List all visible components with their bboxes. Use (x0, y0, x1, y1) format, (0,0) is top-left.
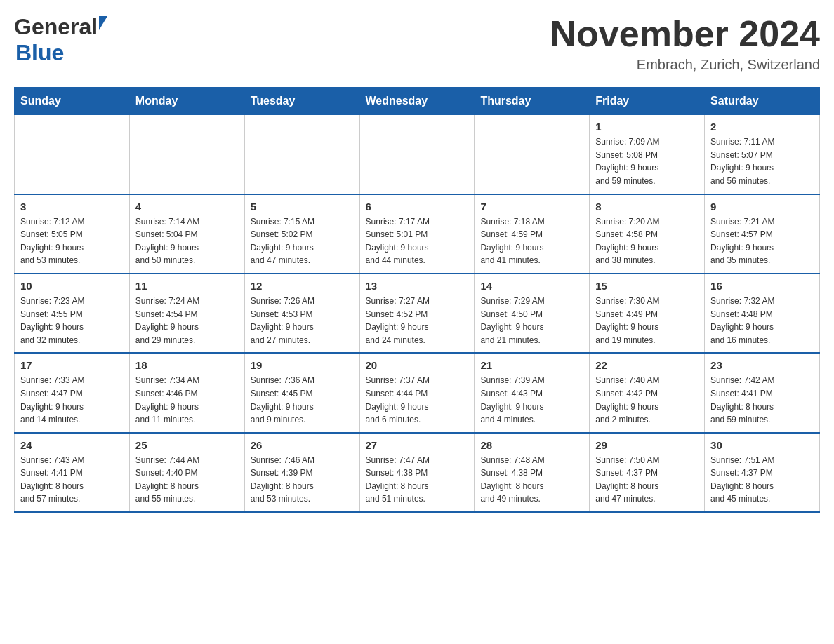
day-number: 17 (20, 359, 124, 371)
calendar-day-cell: 27Sunrise: 7:47 AM Sunset: 4:38 PM Dayli… (359, 433, 475, 512)
weekday-header-thursday: Thursday (475, 88, 590, 115)
day-number: 2 (710, 121, 814, 133)
day-number: 29 (595, 439, 699, 451)
calendar-day-cell: 2Sunrise: 7:11 AM Sunset: 5:07 PM Daylig… (705, 115, 820, 194)
day-number: 25 (135, 439, 239, 451)
day-info: Sunrise: 7:46 AM Sunset: 4:39 PM Dayligh… (251, 454, 354, 506)
day-number: 19 (251, 359, 354, 371)
calendar-day-cell: 4Sunrise: 7:14 AM Sunset: 5:04 PM Daylig… (129, 194, 244, 274)
day-number: 3 (20, 201, 124, 213)
day-number: 13 (366, 280, 469, 292)
calendar-day-cell: 14Sunrise: 7:29 AM Sunset: 4:50 PM Dayli… (475, 274, 590, 353)
calendar-day-cell: 3Sunrise: 7:12 AM Sunset: 5:05 PM Daylig… (15, 194, 130, 274)
day-info: Sunrise: 7:11 AM Sunset: 5:07 PM Dayligh… (710, 135, 814, 187)
calendar-day-cell: 17Sunrise: 7:33 AM Sunset: 4:47 PM Dayli… (15, 353, 130, 432)
calendar-day-cell (129, 115, 244, 194)
calendar-day-cell: 10Sunrise: 7:23 AM Sunset: 4:55 PM Dayli… (15, 274, 130, 353)
day-info: Sunrise: 7:27 AM Sunset: 4:52 PM Dayligh… (366, 295, 469, 347)
logo-triangle-icon (99, 16, 107, 30)
weekday-header-wednesday: Wednesday (359, 88, 475, 115)
day-info: Sunrise: 7:09 AM Sunset: 5:08 PM Dayligh… (595, 135, 699, 187)
day-info: Sunrise: 7:42 AM Sunset: 4:41 PM Dayligh… (710, 374, 814, 426)
day-info: Sunrise: 7:26 AM Sunset: 4:53 PM Dayligh… (251, 295, 354, 347)
calendar-day-cell (15, 115, 130, 194)
calendar-header: SundayMondayTuesdayWednesdayThursdayFrid… (15, 88, 820, 115)
day-info: Sunrise: 7:12 AM Sunset: 5:05 PM Dayligh… (20, 215, 124, 267)
day-info: Sunrise: 7:33 AM Sunset: 4:47 PM Dayligh… (20, 374, 124, 426)
calendar-week-row: 10Sunrise: 7:23 AM Sunset: 4:55 PM Dayli… (15, 274, 820, 353)
weekday-header-saturday: Saturday (705, 88, 820, 115)
day-number: 1 (595, 121, 699, 133)
day-info: Sunrise: 7:18 AM Sunset: 4:59 PM Dayligh… (480, 215, 583, 267)
day-info: Sunrise: 7:17 AM Sunset: 5:01 PM Dayligh… (366, 215, 469, 267)
calendar-day-cell: 18Sunrise: 7:34 AM Sunset: 4:46 PM Dayli… (129, 353, 244, 432)
day-number: 30 (710, 439, 814, 451)
day-number: 5 (251, 201, 354, 213)
logo-blue: Blue (14, 40, 64, 66)
calendar-day-cell: 20Sunrise: 7:37 AM Sunset: 4:44 PM Dayli… (359, 353, 475, 432)
day-number: 22 (595, 359, 699, 371)
calendar-day-cell: 23Sunrise: 7:42 AM Sunset: 4:41 PM Dayli… (705, 353, 820, 432)
day-number: 26 (251, 439, 354, 451)
location: Embrach, Zurich, Switzerland (550, 57, 820, 73)
calendar-week-row: 17Sunrise: 7:33 AM Sunset: 4:47 PM Dayli… (15, 353, 820, 432)
day-number: 15 (595, 280, 699, 292)
calendar-day-cell: 16Sunrise: 7:32 AM Sunset: 4:48 PM Dayli… (705, 274, 820, 353)
day-info: Sunrise: 7:21 AM Sunset: 4:57 PM Dayligh… (710, 215, 814, 267)
day-number: 16 (710, 280, 814, 292)
day-number: 24 (20, 439, 124, 451)
weekday-header-tuesday: Tuesday (244, 88, 359, 115)
logo-general: General (14, 14, 98, 40)
weekday-header-row: SundayMondayTuesdayWednesdayThursdayFrid… (15, 88, 820, 115)
calendar-week-row: 24Sunrise: 7:43 AM Sunset: 4:41 PM Dayli… (15, 433, 820, 512)
day-number: 8 (595, 201, 699, 213)
calendar-day-cell: 8Sunrise: 7:20 AM Sunset: 4:58 PM Daylig… (590, 194, 705, 274)
month-title: November 2024 (550, 14, 820, 54)
calendar-day-cell (475, 115, 590, 194)
calendar-day-cell: 13Sunrise: 7:27 AM Sunset: 4:52 PM Dayli… (359, 274, 475, 353)
day-info: Sunrise: 7:44 AM Sunset: 4:40 PM Dayligh… (135, 454, 239, 506)
day-number: 10 (20, 280, 124, 292)
day-info: Sunrise: 7:24 AM Sunset: 4:54 PM Dayligh… (135, 295, 239, 347)
day-info: Sunrise: 7:20 AM Sunset: 4:58 PM Dayligh… (595, 215, 699, 267)
calendar-day-cell: 22Sunrise: 7:40 AM Sunset: 4:42 PM Dayli… (590, 353, 705, 432)
day-number: 4 (135, 201, 239, 213)
calendar-day-cell: 6Sunrise: 7:17 AM Sunset: 5:01 PM Daylig… (359, 194, 475, 274)
calendar-day-cell: 15Sunrise: 7:30 AM Sunset: 4:49 PM Dayli… (590, 274, 705, 353)
day-number: 27 (366, 439, 469, 451)
calendar-day-cell: 28Sunrise: 7:48 AM Sunset: 4:38 PM Dayli… (475, 433, 590, 512)
day-number: 7 (480, 201, 583, 213)
weekday-header-friday: Friday (590, 88, 705, 115)
day-info: Sunrise: 7:50 AM Sunset: 4:37 PM Dayligh… (595, 454, 699, 506)
day-info: Sunrise: 7:23 AM Sunset: 4:55 PM Dayligh… (20, 295, 124, 347)
day-number: 28 (480, 439, 583, 451)
day-number: 23 (710, 359, 814, 371)
day-number: 11 (135, 280, 239, 292)
day-info: Sunrise: 7:36 AM Sunset: 4:45 PM Dayligh… (251, 374, 354, 426)
day-number: 20 (366, 359, 469, 371)
weekday-header-sunday: Sunday (15, 88, 130, 115)
calendar-table: SundayMondayTuesdayWednesdayThursdayFrid… (14, 87, 820, 513)
day-info: Sunrise: 7:37 AM Sunset: 4:44 PM Dayligh… (366, 374, 469, 426)
calendar-day-cell: 19Sunrise: 7:36 AM Sunset: 4:45 PM Dayli… (244, 353, 359, 432)
calendar-day-cell (244, 115, 359, 194)
calendar-week-row: 3Sunrise: 7:12 AM Sunset: 5:05 PM Daylig… (15, 194, 820, 274)
day-number: 21 (480, 359, 583, 371)
day-number: 6 (366, 201, 469, 213)
calendar-day-cell: 30Sunrise: 7:51 AM Sunset: 4:37 PM Dayli… (705, 433, 820, 512)
calendar-week-row: 1Sunrise: 7:09 AM Sunset: 5:08 PM Daylig… (15, 115, 820, 194)
day-number: 18 (135, 359, 239, 371)
calendar-day-cell: 12Sunrise: 7:26 AM Sunset: 4:53 PM Dayli… (244, 274, 359, 353)
day-info: Sunrise: 7:14 AM Sunset: 5:04 PM Dayligh… (135, 215, 239, 267)
calendar-day-cell: 9Sunrise: 7:21 AM Sunset: 4:57 PM Daylig… (705, 194, 820, 274)
day-info: Sunrise: 7:39 AM Sunset: 4:43 PM Dayligh… (480, 374, 583, 426)
calendar-day-cell: 5Sunrise: 7:15 AM Sunset: 5:02 PM Daylig… (244, 194, 359, 274)
day-number: 14 (480, 280, 583, 292)
calendar-day-cell: 26Sunrise: 7:46 AM Sunset: 4:39 PM Dayli… (244, 433, 359, 512)
day-info: Sunrise: 7:51 AM Sunset: 4:37 PM Dayligh… (710, 454, 814, 506)
day-number: 9 (710, 201, 814, 213)
day-number: 12 (251, 280, 354, 292)
calendar-day-cell: 21Sunrise: 7:39 AM Sunset: 4:43 PM Dayli… (475, 353, 590, 432)
calendar-day-cell: 7Sunrise: 7:18 AM Sunset: 4:59 PM Daylig… (475, 194, 590, 274)
calendar-body: 1Sunrise: 7:09 AM Sunset: 5:08 PM Daylig… (15, 115, 820, 512)
